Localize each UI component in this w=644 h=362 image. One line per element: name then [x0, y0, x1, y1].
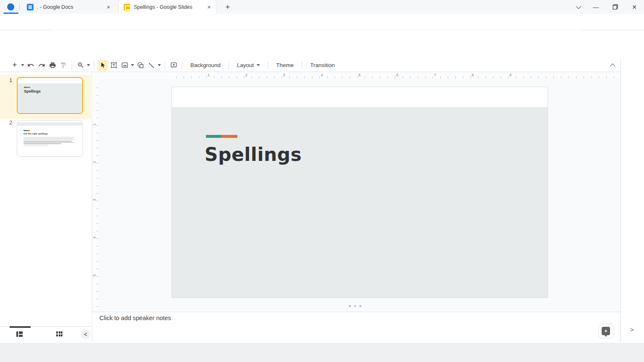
- notes-resize-handle[interactable]: [349, 305, 361, 307]
- explore-button[interactable]: ✦: [598, 323, 613, 339]
- thumbnail-title: Spellings: [24, 89, 82, 93]
- slide-number: 1: [9, 77, 12, 83]
- redo-button[interactable]: [36, 60, 47, 71]
- slide-thumbnail-1[interactable]: Spellings: [17, 77, 83, 114]
- layout-caret: [257, 64, 260, 66]
- slides-toolbar: + Background Layout Theme: [0, 59, 644, 72]
- select-tool-button[interactable]: [97, 60, 108, 71]
- tab-google-docs[interactable]: . - Google Docs ×: [22, 0, 116, 14]
- slide-accent-dash[interactable]: [206, 135, 237, 138]
- slides-favicon: [124, 4, 130, 10]
- grid-view-icon[interactable]: [56, 331, 62, 337]
- new-tab-button[interactable]: +: [222, 2, 233, 13]
- filmstrip-footer: <: [0, 326, 92, 341]
- background-button[interactable]: Background: [185, 60, 226, 70]
- active-view-indicator: [10, 326, 31, 328]
- window-minimize-button[interactable]: —: [586, 0, 605, 14]
- insert-image-button[interactable]: [119, 60, 130, 71]
- theme-button[interactable]: Theme: [271, 60, 299, 70]
- theme-dash: [23, 130, 30, 131]
- collapse-filmstrip-button[interactable]: <: [80, 329, 91, 339]
- windows-taskbar: L M ☁ 4 ENGIN 21:18 16-03-2022 2: [0, 343, 644, 362]
- insert-line-caret[interactable]: [158, 64, 161, 66]
- tab-title: Spellings - Google Slides: [134, 4, 203, 10]
- transition-button[interactable]: Transition: [305, 60, 340, 70]
- theme-dash: [24, 87, 30, 88]
- tab-separator: [19, 3, 20, 11]
- tab-close-icon[interactable]: ×: [206, 3, 212, 10]
- slide-canvas-area[interactable]: 1 2 3 4 5 6 7 8 9 1 2 3 4 5 Spellings: [92, 72, 621, 312]
- speaker-notes-placeholder[interactable]: Click to add speaker notes: [99, 315, 171, 321]
- slides-app-header: Spellings ☆ File Edit View Insert Format…: [0, 30, 644, 59]
- slide-editing-surface[interactable]: Spellings: [171, 87, 548, 298]
- expand-side-panel-button[interactable]: >: [630, 326, 634, 333]
- layout-button[interactable]: Layout: [232, 60, 265, 70]
- slide-number: 2: [9, 119, 12, 126]
- zoom-button[interactable]: [75, 60, 86, 71]
- window-maximize-button[interactable]: [605, 0, 625, 14]
- text-box-button[interactable]: [108, 60, 119, 71]
- print-button[interactable]: [47, 60, 58, 71]
- explore-icon: ✦: [602, 327, 610, 335]
- browser-tab-strip: . - Google Docs × Spellings - Google Sli…: [0, 0, 644, 14]
- layout-label: Layout: [237, 62, 254, 68]
- vertical-ruler: 1 2 3 4 5: [92, 79, 99, 312]
- undo-button[interactable]: [25, 60, 36, 71]
- new-slide-button[interactable]: +: [9, 60, 20, 71]
- filmstrip-view-icon[interactable]: [16, 331, 23, 337]
- browser-address-bar: ← → docs.google.com/presentation/d/1TfHY…: [0, 14, 644, 30]
- tab-search-icon[interactable]: [568, 0, 587, 14]
- new-slide-caret[interactable]: [21, 64, 24, 66]
- window-close-button[interactable]: ✕: [625, 0, 644, 14]
- slide-title-text[interactable]: Spellings: [205, 144, 302, 165]
- insert-comment-button[interactable]: [168, 60, 179, 71]
- tab-group-indicator[interactable]: [7, 3, 14, 10]
- thumbnail-title: Get the right spellings: [23, 132, 83, 135]
- tab-close-icon[interactable]: ×: [105, 3, 112, 10]
- insert-image-caret[interactable]: [131, 64, 134, 66]
- docs-favicon: [27, 4, 34, 10]
- insert-shape-button[interactable]: [135, 60, 146, 71]
- slide-thumbnail-2[interactable]: Get the right spellings: [17, 120, 83, 157]
- horizontal-ruler: 1 2 3 4 5 6 7 8 9: [92, 72, 621, 79]
- speaker-notes-panel[interactable]: Click to add speaker notes ✦: [92, 312, 621, 341]
- tab-title: . - Google Docs: [37, 4, 102, 10]
- workspace-side-panel: 31 ✓ + >: [621, 59, 644, 341]
- zoom-caret[interactable]: [87, 64, 90, 66]
- insert-line-button[interactable]: [146, 60, 157, 71]
- paint-format-button[interactable]: [58, 60, 69, 71]
- tab-google-slides[interactable]: Spellings - Google Slides ×: [119, 0, 216, 14]
- collapse-toolbar-icon[interactable]: [608, 61, 618, 70]
- slide-filmstrip-panel: 1 Spellings 2 Get the right spellings: [0, 72, 92, 326]
